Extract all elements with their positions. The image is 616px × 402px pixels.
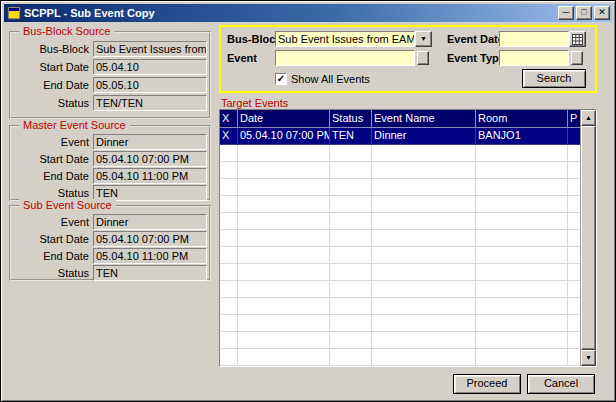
- scroll-up-icon: ▲: [585, 114, 592, 121]
- field-value-end-date: 05.04.10 11:00 PM: [93, 248, 207, 264]
- table-row-selected[interactable]: X 05.04.10 07:00 PM TEN Dinner BANJO1: [220, 128, 580, 145]
- field-label-end-date: End Date: [13, 77, 89, 93]
- table-cell-empty: [238, 196, 330, 213]
- table-cell-empty: [568, 315, 580, 332]
- table-grid: X Date Status Event Name Room P X 05.04.…: [220, 110, 580, 366]
- table-cell-empty: [476, 196, 568, 213]
- table-cell-empty: [238, 230, 330, 247]
- titlebar[interactable]: SCPPL - Sub Event Copy ─ □ ✕: [4, 4, 612, 22]
- scroll-thumb[interactable]: [581, 126, 596, 350]
- field-label-event: Event: [13, 214, 89, 230]
- table-row-empty[interactable]: [220, 281, 580, 298]
- table-cell-empty: [476, 298, 568, 315]
- table-body-empty: [220, 145, 580, 366]
- table-row-empty[interactable]: [220, 264, 580, 281]
- cancel-button[interactable]: Cancel: [527, 374, 595, 394]
- scroll-up-button[interactable]: ▲: [581, 110, 596, 126]
- table-cell-empty: [372, 247, 476, 264]
- table-cell-empty: [568, 162, 580, 179]
- table-cell-empty: [330, 179, 372, 196]
- table-cell-empty: [568, 230, 580, 247]
- table-row-empty[interactable]: [220, 349, 580, 366]
- table-cell-empty: [330, 162, 372, 179]
- table-cell-empty: [330, 196, 372, 213]
- app-icon: [7, 6, 21, 20]
- table-cell-empty: [568, 145, 580, 162]
- event-date-field[interactable]: [499, 31, 569, 47]
- table-row-empty[interactable]: [220, 332, 580, 349]
- show-all-checkbox[interactable]: ✓: [275, 73, 287, 85]
- event-date-label: Event Date: [447, 31, 504, 47]
- maximize-icon: □: [581, 7, 586, 17]
- table-row-empty[interactable]: [220, 230, 580, 247]
- table-cell-empty: [220, 349, 238, 366]
- dropdown-icon: ▼: [420, 35, 427, 42]
- table-cell-empty: [238, 145, 330, 162]
- table-row-empty[interactable]: [220, 162, 580, 179]
- group-title: Bus-Block Source: [19, 25, 114, 37]
- event-field[interactable]: [275, 50, 415, 66]
- cell-p: [568, 128, 580, 145]
- cell-date: 05.04.10 07:00 PM: [238, 128, 330, 145]
- search-panel: Bus-Block Sub Event Issues from EAME ▼ E…: [219, 25, 597, 93]
- table-row-empty[interactable]: [220, 196, 580, 213]
- event-date-calendar-button[interactable]: [569, 31, 586, 47]
- event-type-field[interactable]: [499, 50, 569, 66]
- maximize-button[interactable]: □: [576, 6, 592, 20]
- event-type-lov-button[interactable]: [571, 51, 583, 65]
- field-value-status: TEN: [93, 265, 207, 281]
- sub-event-copy-window: SCPPL - Sub Event Copy ─ □ ✕ Bus-Block S…: [0, 0, 616, 402]
- table-cell-empty: [330, 315, 372, 332]
- scroll-down-icon: ▼: [585, 354, 592, 361]
- table-row-empty[interactable]: [220, 213, 580, 230]
- table-cell-empty: [568, 179, 580, 196]
- table-scrollbar[interactable]: ▲ ▼: [580, 110, 596, 366]
- field-label-status: Status: [13, 265, 89, 281]
- show-all-label: Show All Events: [291, 72, 370, 86]
- column-header-room: Room: [476, 110, 568, 128]
- table-cell-empty: [330, 230, 372, 247]
- table-row-empty[interactable]: [220, 247, 580, 264]
- column-header-x: X: [220, 110, 238, 128]
- minimize-button[interactable]: ─: [558, 6, 574, 20]
- table-cell-empty: [476, 349, 568, 366]
- table-cell-empty: [568, 349, 580, 366]
- proceed-button[interactable]: Proceed: [453, 374, 521, 394]
- table-cell-empty: [238, 162, 330, 179]
- table-cell-empty: [330, 332, 372, 349]
- table-cell-empty: [568, 281, 580, 298]
- table-cell-empty: [238, 213, 330, 230]
- table-cell-empty: [220, 230, 238, 247]
- column-header-status: Status: [330, 110, 372, 128]
- table-cell-empty: [220, 264, 238, 281]
- scroll-down-button[interactable]: ▼: [581, 350, 596, 366]
- field-label-end-date: End Date: [13, 248, 89, 264]
- column-header-date: Date: [238, 110, 330, 128]
- close-button[interactable]: ✕: [594, 6, 610, 20]
- bus-block-dropdown-button[interactable]: ▼: [415, 31, 432, 47]
- table-row-empty[interactable]: [220, 145, 580, 162]
- search-button[interactable]: Search: [522, 69, 586, 88]
- group-title: Master Event Source: [19, 119, 130, 131]
- table-row-empty[interactable]: [220, 315, 580, 332]
- event-lov-button[interactable]: [417, 51, 429, 65]
- table-cell-empty: [220, 196, 238, 213]
- bus-block-combo[interactable]: Sub Event Issues from EAME: [275, 31, 415, 47]
- table-cell-empty: [220, 315, 238, 332]
- group-sub-event-source: Sub Event Source Event Dinner Start Date…: [9, 205, 211, 281]
- column-header-event-name: Event Name: [372, 110, 476, 128]
- table-cell-empty: [372, 196, 476, 213]
- field-value-status: TEN/TEN: [93, 95, 207, 111]
- table-row-empty[interactable]: [220, 298, 580, 315]
- table-cell-empty: [372, 281, 476, 298]
- table-cell-empty: [220, 247, 238, 264]
- table-cell-empty: [476, 247, 568, 264]
- table-cell-empty: [330, 281, 372, 298]
- event-type-label: Event Type: [447, 50, 505, 66]
- table-row-empty[interactable]: [220, 179, 580, 196]
- field-value-end-date: 05.05.10: [93, 77, 207, 93]
- cell-room: BANJO1: [476, 128, 568, 145]
- table-cell-empty: [372, 145, 476, 162]
- table-cell-empty: [372, 298, 476, 315]
- table-cell-empty: [220, 298, 238, 315]
